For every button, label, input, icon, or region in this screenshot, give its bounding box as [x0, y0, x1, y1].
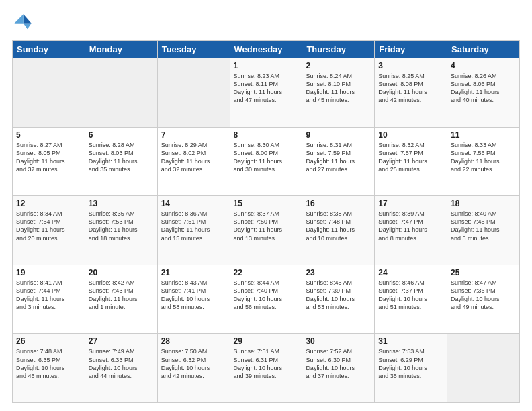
day-number: 11: [451, 130, 516, 140]
svg-marker-0: [24, 14, 32, 23]
day-info: Sunrise: 8:39 AM Sunset: 7:47 PM Dayligh…: [378, 210, 443, 242]
calendar-cell: 26Sunrise: 7:48 AM Sunset: 6:35 PM Dayli…: [13, 334, 85, 403]
day-info: Sunrise: 8:37 AM Sunset: 7:50 PM Dayligh…: [234, 210, 299, 242]
calendar-cell: 20Sunrise: 8:42 AM Sunset: 7:43 PM Dayli…: [85, 265, 157, 334]
weekday-header-monday: Monday: [85, 41, 157, 58]
calendar-cell: 4Sunrise: 8:26 AM Sunset: 8:06 PM Daylig…: [447, 58, 520, 128]
day-number: 23: [306, 268, 371, 277]
day-number: 26: [16, 336, 81, 346]
calendar-cell: 23Sunrise: 8:45 AM Sunset: 7:39 PM Dayli…: [302, 265, 375, 334]
day-number: 31: [378, 336, 443, 346]
logo: [12, 12, 36, 34]
day-info: Sunrise: 8:47 AM Sunset: 7:36 PM Dayligh…: [451, 279, 516, 312]
logo-icon: [12, 12, 34, 34]
day-info: Sunrise: 8:44 AM Sunset: 7:40 PM Dayligh…: [234, 279, 299, 312]
day-info: Sunrise: 8:42 AM Sunset: 7:43 PM Dayligh…: [89, 279, 154, 312]
calendar-cell: 24Sunrise: 8:46 AM Sunset: 7:37 PM Dayli…: [375, 265, 447, 334]
day-info: Sunrise: 8:41 AM Sunset: 7:44 PM Dayligh…: [16, 279, 81, 312]
day-info: Sunrise: 8:43 AM Sunset: 7:41 PM Dayligh…: [161, 279, 226, 312]
calendar-cell: 29Sunrise: 7:51 AM Sunset: 6:31 PM Dayli…: [230, 334, 302, 403]
calendar-cell: 13Sunrise: 8:35 AM Sunset: 7:53 PM Dayli…: [85, 196, 157, 265]
calendar-cell: 22Sunrise: 8:44 AM Sunset: 7:40 PM Dayli…: [230, 265, 302, 334]
calendar-week-4: 19Sunrise: 8:41 AM Sunset: 7:44 PM Dayli…: [13, 265, 520, 334]
day-number: 29: [234, 336, 299, 346]
calendar-cell: 18Sunrise: 8:40 AM Sunset: 7:45 PM Dayli…: [447, 196, 520, 265]
day-number: 17: [378, 199, 443, 208]
calendar-cell: 25Sunrise: 8:47 AM Sunset: 7:36 PM Dayli…: [447, 265, 520, 334]
calendar-cell: 10Sunrise: 8:32 AM Sunset: 7:57 PM Dayli…: [375, 127, 447, 196]
day-number: 24: [378, 268, 443, 277]
calendar-cell: 2Sunrise: 8:24 AM Sunset: 8:10 PM Daylig…: [302, 58, 375, 128]
calendar-week-3: 12Sunrise: 8:34 AM Sunset: 7:54 PM Dayli…: [13, 196, 520, 265]
day-number: 19: [16, 268, 81, 277]
day-info: Sunrise: 8:46 AM Sunset: 7:37 PM Dayligh…: [378, 279, 443, 312]
calendar-cell: 21Sunrise: 8:43 AM Sunset: 7:41 PM Dayli…: [157, 265, 230, 334]
day-info: Sunrise: 7:51 AM Sunset: 6:31 PM Dayligh…: [234, 347, 299, 380]
calendar-cell: 31Sunrise: 7:53 AM Sunset: 6:29 PM Dayli…: [375, 334, 447, 403]
day-info: Sunrise: 7:50 AM Sunset: 6:32 PM Dayligh…: [161, 347, 226, 380]
day-info: Sunrise: 8:26 AM Sunset: 8:06 PM Dayligh…: [451, 72, 516, 105]
svg-marker-1: [24, 24, 32, 29]
weekday-header-row: SundayMondayTuesdayWednesdayThursdayFrid…: [13, 41, 520, 58]
day-info: Sunrise: 8:33 AM Sunset: 7:56 PM Dayligh…: [451, 141, 516, 174]
day-info: Sunrise: 8:27 AM Sunset: 8:05 PM Dayligh…: [16, 141, 81, 174]
calendar-cell: 11Sunrise: 8:33 AM Sunset: 7:56 PM Dayli…: [447, 127, 520, 196]
calendar-cell: 19Sunrise: 8:41 AM Sunset: 7:44 PM Dayli…: [13, 265, 85, 334]
day-info: Sunrise: 8:38 AM Sunset: 7:48 PM Dayligh…: [306, 210, 371, 242]
day-number: 8: [234, 130, 299, 140]
day-info: Sunrise: 8:45 AM Sunset: 7:39 PM Dayligh…: [306, 279, 371, 312]
day-info: Sunrise: 8:36 AM Sunset: 7:51 PM Dayligh…: [161, 210, 226, 242]
day-info: Sunrise: 7:49 AM Sunset: 6:33 PM Dayligh…: [89, 347, 154, 380]
calendar-cell: 30Sunrise: 7:52 AM Sunset: 6:30 PM Dayli…: [302, 334, 375, 403]
day-info: Sunrise: 8:35 AM Sunset: 7:53 PM Dayligh…: [89, 210, 154, 242]
day-number: 1: [234, 61, 299, 71]
calendar-cell: [85, 58, 157, 128]
weekday-header-tuesday: Tuesday: [157, 41, 230, 58]
day-number: 21: [161, 268, 226, 277]
calendar-cell: 16Sunrise: 8:38 AM Sunset: 7:48 PM Dayli…: [302, 196, 375, 265]
day-info: Sunrise: 7:53 AM Sunset: 6:29 PM Dayligh…: [378, 347, 443, 380]
weekday-header-wednesday: Wednesday: [230, 41, 302, 58]
day-number: 6: [89, 130, 154, 140]
weekday-header-friday: Friday: [375, 41, 447, 58]
day-info: Sunrise: 7:48 AM Sunset: 6:35 PM Dayligh…: [16, 347, 81, 380]
day-number: 12: [16, 199, 81, 208]
day-info: Sunrise: 8:34 AM Sunset: 7:54 PM Dayligh…: [16, 210, 81, 242]
day-number: 3: [378, 61, 443, 71]
calendar-cell: 28Sunrise: 7:50 AM Sunset: 6:32 PM Dayli…: [157, 334, 230, 403]
calendar-cell: 14Sunrise: 8:36 AM Sunset: 7:51 PM Dayli…: [157, 196, 230, 265]
day-number: 25: [451, 268, 516, 277]
day-number: 5: [16, 130, 81, 140]
svg-marker-2: [14, 14, 23, 23]
day-info: Sunrise: 8:25 AM Sunset: 8:08 PM Dayligh…: [378, 72, 443, 105]
calendar-cell: 15Sunrise: 8:37 AM Sunset: 7:50 PM Dayli…: [230, 196, 302, 265]
calendar-cell: 8Sunrise: 8:30 AM Sunset: 8:00 PM Daylig…: [230, 127, 302, 196]
day-info: Sunrise: 8:32 AM Sunset: 7:57 PM Dayligh…: [378, 141, 443, 174]
day-number: 22: [234, 268, 299, 277]
calendar-cell: [157, 58, 230, 128]
day-info: Sunrise: 8:24 AM Sunset: 8:10 PM Dayligh…: [306, 72, 371, 105]
day-number: 13: [89, 199, 154, 208]
calendar-cell: 1Sunrise: 8:23 AM Sunset: 8:11 PM Daylig…: [230, 58, 302, 128]
calendar-cell: [13, 58, 85, 128]
calendar-week-2: 5Sunrise: 8:27 AM Sunset: 8:05 PM Daylig…: [13, 127, 520, 196]
day-number: 9: [306, 130, 371, 140]
calendar-cell: 5Sunrise: 8:27 AM Sunset: 8:05 PM Daylig…: [13, 127, 85, 196]
day-number: 7: [161, 130, 226, 140]
day-number: 30: [306, 336, 371, 346]
calendar-cell: 3Sunrise: 8:25 AM Sunset: 8:08 PM Daylig…: [375, 58, 447, 128]
calendar-cell: 6Sunrise: 8:28 AM Sunset: 8:03 PM Daylig…: [85, 127, 157, 196]
weekday-header-saturday: Saturday: [447, 41, 520, 58]
weekday-header-thursday: Thursday: [302, 41, 375, 58]
day-number: 4: [451, 61, 516, 71]
day-info: Sunrise: 8:40 AM Sunset: 7:45 PM Dayligh…: [451, 210, 516, 242]
calendar-cell: 12Sunrise: 8:34 AM Sunset: 7:54 PM Dayli…: [13, 196, 85, 265]
calendar-cell: 27Sunrise: 7:49 AM Sunset: 6:33 PM Dayli…: [85, 334, 157, 403]
page: SundayMondayTuesdayWednesdayThursdayFrid…: [0, 0, 532, 411]
calendar-week-5: 26Sunrise: 7:48 AM Sunset: 6:35 PM Dayli…: [13, 334, 520, 403]
day-number: 27: [89, 336, 154, 346]
day-info: Sunrise: 8:31 AM Sunset: 7:59 PM Dayligh…: [306, 141, 371, 174]
day-info: Sunrise: 8:29 AM Sunset: 8:02 PM Dayligh…: [161, 141, 226, 174]
day-info: Sunrise: 8:30 AM Sunset: 8:00 PM Dayligh…: [234, 141, 299, 174]
weekday-header-sunday: Sunday: [13, 41, 85, 58]
